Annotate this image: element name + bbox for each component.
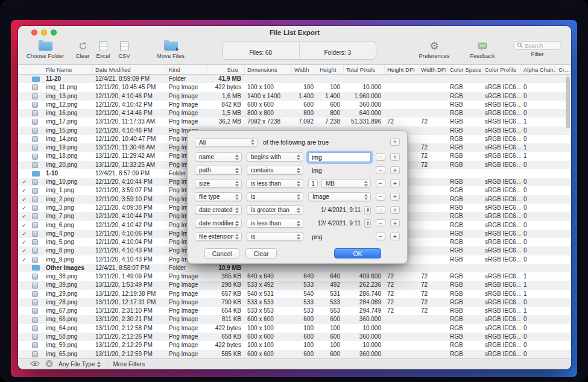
table-row[interactable]: img_16.png 12/11/20, 4:14:46 PM Png Imag… — [18, 109, 571, 117]
rule-value-number[interactable]: 1 — [308, 179, 318, 188]
close-window-button[interactable] — [31, 30, 37, 36]
table-row[interactable]: img_12.png 12/11/20, 4:10:42 PM Png Imag… — [18, 101, 571, 109]
add-rule-button[interactable]: + — [390, 206, 400, 214]
cell-color-space: RGB — [447, 127, 482, 135]
rule-operator-popup[interactable]: is less than — [247, 179, 303, 188]
row-checkmark[interactable]: ✓ — [18, 255, 30, 264]
table-row[interactable]: img_11.png 12/11/20, 10:45:45 PM Png Ima… — [18, 83, 571, 92]
table-row[interactable]: img_28.png 13/11/20, 12:17:31 PM Png Ima… — [18, 298, 571, 307]
row-checkmark[interactable]: ✓ — [18, 178, 30, 186]
table-row[interactable]: img_66.png 13/11/20, 2:30:21 PM Png Imag… — [18, 315, 571, 324]
table-row[interactable]: Other Images 12/4/21, 8:58:07 PM Folder … — [18, 264, 571, 272]
table-row[interactable]: img_65.png 13/11/20, 2:12:59 PM Png Imag… — [18, 350, 571, 359]
remove-rule-button[interactable]: − — [376, 206, 385, 214]
add-rule-button[interactable]: + — [390, 219, 400, 227]
row-checkmark[interactable]: ✓ — [18, 246, 30, 255]
add-rule-button[interactable]: + — [390, 153, 400, 161]
rule-operator-popup[interactable]: is less than — [247, 219, 303, 228]
date-stepper[interactable] — [364, 206, 371, 214]
eye-icon[interactable] — [30, 360, 40, 368]
feedback-button[interactable]: Feedback — [461, 40, 504, 59]
remove-rule-button[interactable]: − — [376, 180, 385, 187]
rule-field-popup[interactable]: name — [195, 152, 242, 161]
rule-field-popup[interactable]: size — [195, 179, 242, 188]
column-header-height[interactable]: Height — [317, 65, 344, 74]
choose-folder-button[interactable]: Choose Folder — [24, 40, 66, 59]
rule-value-text[interactable]: png — [308, 233, 323, 240]
column-header-color-profile[interactable]: Color Profile — [482, 65, 521, 74]
column-header-kind[interactable]: Kind — [166, 65, 207, 74]
remove-rule-button[interactable]: − — [376, 219, 385, 227]
column-header-height-dpi[interactable]: Height DPI — [385, 65, 419, 74]
row-checkmark[interactable]: ✓ — [18, 230, 30, 238]
rule-operator-popup[interactable]: is greater than — [247, 205, 303, 214]
column-header-color-space[interactable]: Color Space — [447, 65, 482, 74]
clear-filter-icon[interactable] — [45, 360, 53, 369]
rule-value-text[interactable]: img — [308, 167, 322, 174]
rule-operator-popup[interactable]: contains — [247, 166, 303, 175]
file-type-filter-popup[interactable]: Any File Type — [58, 361, 101, 368]
row-checkmark[interactable]: ✓ — [18, 221, 30, 230]
row-checkmark[interactable]: ✓ — [18, 195, 30, 204]
rule-field-popup[interactable]: date created — [195, 205, 242, 214]
rule-value-date[interactable]: 12/ 4/2021, 9:11 — [317, 220, 361, 227]
rule-operator-popup[interactable]: is — [247, 192, 303, 201]
remove-rule-button[interactable]: − — [376, 166, 385, 174]
column-header-file-name[interactable]: File Name — [43, 65, 93, 74]
zoom-window-button[interactable] — [51, 30, 57, 36]
rule-field-popup[interactable]: date modified — [195, 219, 242, 228]
more-filters-button[interactable]: More Filters — [113, 361, 145, 368]
add-rule-button[interactable]: + — [390, 138, 400, 146]
column-header-width-dpi[interactable]: Width DPI — [419, 65, 447, 74]
table-row[interactable]: img_59.png 13/11/20, 2:12:29 PM Png Imag… — [18, 341, 571, 349]
column-header-dimensions[interactable]: Dimensions — [245, 65, 292, 74]
column-header-cr[interactable]: Cr… — [556, 65, 571, 74]
rule-value-popup[interactable]: Image — [308, 192, 371, 201]
minimize-window-button[interactable] — [41, 30, 47, 36]
rule-field-popup[interactable]: file type — [195, 192, 242, 201]
rule-operator-popup[interactable]: begins with — [247, 152, 303, 161]
table-row[interactable]: img_13.png 12/11/20, 4:10:46 PM Png Imag… — [18, 92, 571, 101]
add-rule-button[interactable]: + — [390, 193, 400, 201]
table-row[interactable]: img_58.png 13/11/20, 2:12:26 PM Png Imag… — [18, 333, 571, 341]
remove-rule-button[interactable]: − — [376, 153, 385, 161]
table-row[interactable]: img_29.png 13/11/20, 12:19:38 PM Png Ima… — [18, 290, 571, 298]
vertical-scrollbar[interactable] — [565, 75, 571, 358]
cancel-button[interactable]: Cancel — [204, 248, 239, 258]
row-checkmark[interactable]: ✓ — [18, 186, 30, 195]
column-header-alpha-chan[interactable]: Alpha Chan… — [521, 65, 556, 74]
move-files-button[interactable]: Move Files — [150, 40, 192, 59]
column-header-date-modified[interactable]: Date Modified — [93, 65, 166, 74]
rule-field-popup[interactable]: file extension — [195, 232, 242, 241]
rule-field-popup[interactable]: path — [195, 166, 242, 175]
add-rule-button[interactable]: + — [390, 166, 400, 174]
ok-button[interactable]: OK — [334, 248, 381, 258]
match-popup[interactable]: All — [195, 138, 258, 147]
table-row[interactable]: img_38.png 13/11/20, 1:49:09 PM Png Imag… — [18, 272, 571, 281]
column-header-total-pixels[interactable]: Total Pixels — [344, 65, 385, 74]
search-input[interactable]: Search — [513, 41, 561, 50]
csv-export-button[interactable]: CSV — [106, 40, 142, 59]
remove-rule-button[interactable]: − — [376, 233, 385, 240]
remove-rule-button[interactable]: − — [376, 193, 385, 201]
table-row[interactable]: img_67.png 13/11/20, 2:31:10 PM Png Imag… — [18, 307, 571, 315]
row-checkmark[interactable]: ✓ — [18, 204, 30, 212]
date-stepper[interactable] — [364, 219, 371, 228]
rule-value-date[interactable]: 1/ 4/2021, 9:11 — [321, 207, 361, 213]
rule-value-input[interactable]: img — [308, 152, 371, 162]
scrollbar-thumb[interactable] — [566, 77, 570, 128]
preferences-button[interactable]: ⚙ Preferences — [413, 40, 455, 59]
row-checkmark[interactable]: ✓ — [18, 238, 30, 246]
dialog-clear-button[interactable]: Clear — [245, 248, 277, 258]
rule-operator-popup[interactable]: is — [247, 232, 303, 241]
column-header-size[interactable]: Size — [207, 65, 245, 74]
add-rule-button[interactable]: + — [390, 233, 400, 240]
table-row[interactable]: img_17.png 13/11/20, 11:17:33 AM Png Ima… — [18, 117, 571, 126]
rule-unit-popup[interactable]: MB — [321, 179, 371, 188]
table-row[interactable]: img_39.png 13/11/20, 1:53:49 PM Png Imag… — [18, 281, 571, 289]
row-checkmark[interactable]: ✓ — [18, 212, 30, 221]
column-header-width[interactable]: Width — [292, 65, 317, 74]
table-row[interactable]: img_64.png 13/11/20, 2:12:58 PM Png Imag… — [18, 324, 571, 333]
add-rule-button[interactable]: + — [390, 180, 400, 187]
table-row[interactable]: 11-20 12/4/21, 8:59:09 PM Folder 41,9 MB — [18, 75, 571, 83]
